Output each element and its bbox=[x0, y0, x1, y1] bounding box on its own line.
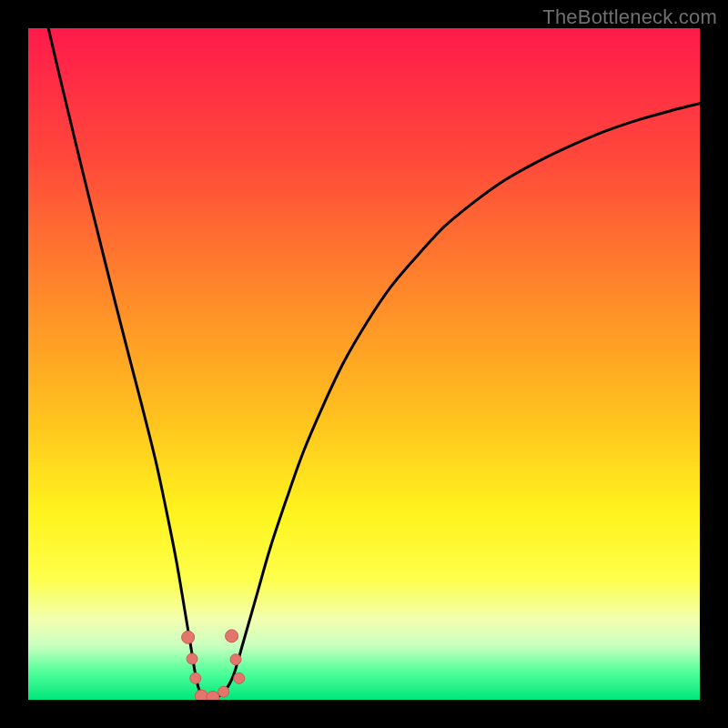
chart-marker bbox=[182, 631, 195, 643]
chart-marker bbox=[218, 686, 229, 697]
chart-background bbox=[28, 28, 700, 700]
chart-svg bbox=[28, 28, 700, 700]
chart-marker bbox=[190, 672, 201, 683]
chart-marker bbox=[226, 630, 238, 642]
chart-marker bbox=[195, 690, 207, 700]
chart-marker bbox=[230, 654, 241, 665]
chart-plot-area bbox=[28, 28, 700, 700]
chart-frame: TheBottleneck.com bbox=[0, 0, 728, 728]
watermark-text: TheBottleneck.com bbox=[542, 5, 717, 29]
chart-marker bbox=[207, 691, 219, 700]
chart-marker bbox=[187, 653, 197, 664]
chart-marker bbox=[234, 672, 245, 683]
